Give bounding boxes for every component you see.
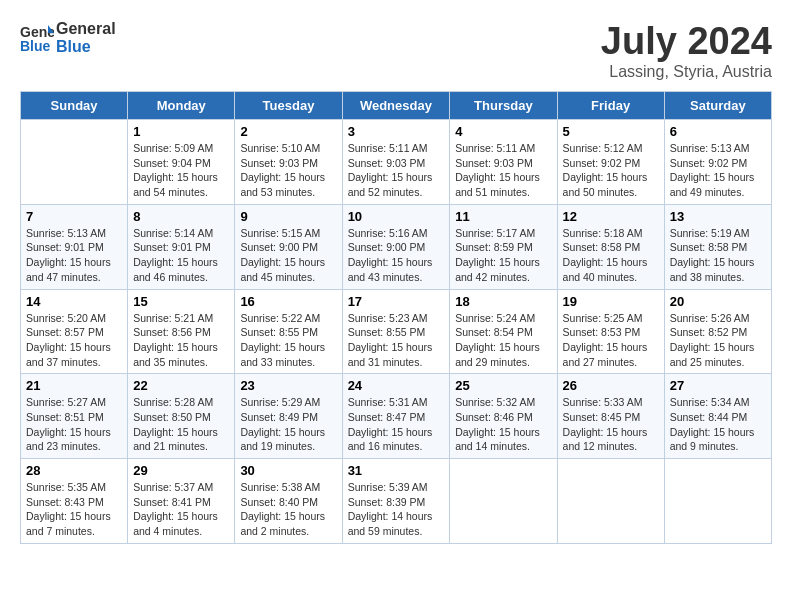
day-number: 3 xyxy=(348,124,445,139)
day-info: Sunrise: 5:21 AM Sunset: 8:56 PM Dayligh… xyxy=(133,311,229,370)
calendar-cell: 23Sunrise: 5:29 AM Sunset: 8:49 PM Dayli… xyxy=(235,374,342,459)
calendar-cell: 25Sunrise: 5:32 AM Sunset: 8:46 PM Dayli… xyxy=(450,374,557,459)
column-header-sunday: Sunday xyxy=(21,92,128,120)
day-number: 17 xyxy=(348,294,445,309)
subtitle: Lassing, Styria, Austria xyxy=(601,63,772,81)
day-info: Sunrise: 5:35 AM Sunset: 8:43 PM Dayligh… xyxy=(26,480,122,539)
calendar-cell: 7Sunrise: 5:13 AM Sunset: 9:01 PM Daylig… xyxy=(21,204,128,289)
day-number: 7 xyxy=(26,209,122,224)
calendar-cell: 20Sunrise: 5:26 AM Sunset: 8:52 PM Dayli… xyxy=(664,289,771,374)
day-number: 20 xyxy=(670,294,766,309)
day-number: 19 xyxy=(563,294,659,309)
calendar-cell: 9Sunrise: 5:15 AM Sunset: 9:00 PM Daylig… xyxy=(235,204,342,289)
week-row-5: 28Sunrise: 5:35 AM Sunset: 8:43 PM Dayli… xyxy=(21,459,772,544)
week-row-1: 1Sunrise: 5:09 AM Sunset: 9:04 PM Daylig… xyxy=(21,120,772,205)
day-info: Sunrise: 5:33 AM Sunset: 8:45 PM Dayligh… xyxy=(563,395,659,454)
day-number: 15 xyxy=(133,294,229,309)
day-number: 11 xyxy=(455,209,551,224)
calendar-cell: 19Sunrise: 5:25 AM Sunset: 8:53 PM Dayli… xyxy=(557,289,664,374)
day-number: 27 xyxy=(670,378,766,393)
day-number: 29 xyxy=(133,463,229,478)
calendar-cell: 30Sunrise: 5:38 AM Sunset: 8:40 PM Dayli… xyxy=(235,459,342,544)
day-info: Sunrise: 5:12 AM Sunset: 9:02 PM Dayligh… xyxy=(563,141,659,200)
week-row-4: 21Sunrise: 5:27 AM Sunset: 8:51 PM Dayli… xyxy=(21,374,772,459)
day-number: 23 xyxy=(240,378,336,393)
week-row-2: 7Sunrise: 5:13 AM Sunset: 9:01 PM Daylig… xyxy=(21,204,772,289)
day-number: 18 xyxy=(455,294,551,309)
day-info: Sunrise: 5:09 AM Sunset: 9:04 PM Dayligh… xyxy=(133,141,229,200)
column-header-thursday: Thursday xyxy=(450,92,557,120)
day-number: 21 xyxy=(26,378,122,393)
day-info: Sunrise: 5:37 AM Sunset: 8:41 PM Dayligh… xyxy=(133,480,229,539)
day-info: Sunrise: 5:17 AM Sunset: 8:59 PM Dayligh… xyxy=(455,226,551,285)
title-area: July 2024 Lassing, Styria, Austria xyxy=(601,20,772,81)
column-header-wednesday: Wednesday xyxy=(342,92,450,120)
day-info: Sunrise: 5:16 AM Sunset: 9:00 PM Dayligh… xyxy=(348,226,445,285)
day-info: Sunrise: 5:26 AM Sunset: 8:52 PM Dayligh… xyxy=(670,311,766,370)
header: General Blue General Blue July 2024 Lass… xyxy=(20,20,772,81)
day-number: 16 xyxy=(240,294,336,309)
calendar-table: SundayMondayTuesdayWednesdayThursdayFrid… xyxy=(20,91,772,544)
day-number: 6 xyxy=(670,124,766,139)
day-number: 12 xyxy=(563,209,659,224)
day-number: 1 xyxy=(133,124,229,139)
day-info: Sunrise: 5:10 AM Sunset: 9:03 PM Dayligh… xyxy=(240,141,336,200)
calendar-cell: 18Sunrise: 5:24 AM Sunset: 8:54 PM Dayli… xyxy=(450,289,557,374)
day-info: Sunrise: 5:28 AM Sunset: 8:50 PM Dayligh… xyxy=(133,395,229,454)
day-info: Sunrise: 5:34 AM Sunset: 8:44 PM Dayligh… xyxy=(670,395,766,454)
day-number: 28 xyxy=(26,463,122,478)
calendar-cell: 5Sunrise: 5:12 AM Sunset: 9:02 PM Daylig… xyxy=(557,120,664,205)
day-info: Sunrise: 5:20 AM Sunset: 8:57 PM Dayligh… xyxy=(26,311,122,370)
day-number: 8 xyxy=(133,209,229,224)
day-info: Sunrise: 5:15 AM Sunset: 9:00 PM Dayligh… xyxy=(240,226,336,285)
day-number: 26 xyxy=(563,378,659,393)
calendar-cell: 13Sunrise: 5:19 AM Sunset: 8:58 PM Dayli… xyxy=(664,204,771,289)
calendar-cell: 24Sunrise: 5:31 AM Sunset: 8:47 PM Dayli… xyxy=(342,374,450,459)
calendar-header-row: SundayMondayTuesdayWednesdayThursdayFrid… xyxy=(21,92,772,120)
calendar-cell: 21Sunrise: 5:27 AM Sunset: 8:51 PM Dayli… xyxy=(21,374,128,459)
day-info: Sunrise: 5:23 AM Sunset: 8:55 PM Dayligh… xyxy=(348,311,445,370)
calendar-cell: 2Sunrise: 5:10 AM Sunset: 9:03 PM Daylig… xyxy=(235,120,342,205)
day-info: Sunrise: 5:24 AM Sunset: 8:54 PM Dayligh… xyxy=(455,311,551,370)
calendar-cell: 31Sunrise: 5:39 AM Sunset: 8:39 PM Dayli… xyxy=(342,459,450,544)
calendar-cell: 4Sunrise: 5:11 AM Sunset: 9:03 PM Daylig… xyxy=(450,120,557,205)
calendar-cell: 8Sunrise: 5:14 AM Sunset: 9:01 PM Daylig… xyxy=(128,204,235,289)
logo-icon: General Blue xyxy=(20,23,54,53)
calendar-cell: 14Sunrise: 5:20 AM Sunset: 8:57 PM Dayli… xyxy=(21,289,128,374)
calendar-cell xyxy=(450,459,557,544)
calendar-cell: 17Sunrise: 5:23 AM Sunset: 8:55 PM Dayli… xyxy=(342,289,450,374)
day-number: 2 xyxy=(240,124,336,139)
day-info: Sunrise: 5:27 AM Sunset: 8:51 PM Dayligh… xyxy=(26,395,122,454)
calendar-cell: 3Sunrise: 5:11 AM Sunset: 9:03 PM Daylig… xyxy=(342,120,450,205)
day-info: Sunrise: 5:22 AM Sunset: 8:55 PM Dayligh… xyxy=(240,311,336,370)
day-info: Sunrise: 5:32 AM Sunset: 8:46 PM Dayligh… xyxy=(455,395,551,454)
day-number: 9 xyxy=(240,209,336,224)
day-info: Sunrise: 5:39 AM Sunset: 8:39 PM Dayligh… xyxy=(348,480,445,539)
calendar-cell: 1Sunrise: 5:09 AM Sunset: 9:04 PM Daylig… xyxy=(128,120,235,205)
day-number: 24 xyxy=(348,378,445,393)
logo: General Blue General Blue xyxy=(20,20,116,55)
day-info: Sunrise: 5:13 AM Sunset: 9:02 PM Dayligh… xyxy=(670,141,766,200)
column-header-friday: Friday xyxy=(557,92,664,120)
day-info: Sunrise: 5:11 AM Sunset: 9:03 PM Dayligh… xyxy=(455,141,551,200)
day-number: 5 xyxy=(563,124,659,139)
day-number: 30 xyxy=(240,463,336,478)
calendar-cell: 26Sunrise: 5:33 AM Sunset: 8:45 PM Dayli… xyxy=(557,374,664,459)
calendar-cell: 10Sunrise: 5:16 AM Sunset: 9:00 PM Dayli… xyxy=(342,204,450,289)
day-info: Sunrise: 5:31 AM Sunset: 8:47 PM Dayligh… xyxy=(348,395,445,454)
column-header-saturday: Saturday xyxy=(664,92,771,120)
calendar-cell: 15Sunrise: 5:21 AM Sunset: 8:56 PM Dayli… xyxy=(128,289,235,374)
calendar-cell xyxy=(557,459,664,544)
calendar-cell: 12Sunrise: 5:18 AM Sunset: 8:58 PM Dayli… xyxy=(557,204,664,289)
svg-text:Blue: Blue xyxy=(20,38,51,53)
day-info: Sunrise: 5:38 AM Sunset: 8:40 PM Dayligh… xyxy=(240,480,336,539)
day-info: Sunrise: 5:19 AM Sunset: 8:58 PM Dayligh… xyxy=(670,226,766,285)
week-row-3: 14Sunrise: 5:20 AM Sunset: 8:57 PM Dayli… xyxy=(21,289,772,374)
main-title: July 2024 xyxy=(601,20,772,63)
calendar-cell xyxy=(21,120,128,205)
logo-general: General xyxy=(56,20,116,38)
logo-blue: Blue xyxy=(56,38,116,56)
day-number: 13 xyxy=(670,209,766,224)
calendar-cell: 29Sunrise: 5:37 AM Sunset: 8:41 PM Dayli… xyxy=(128,459,235,544)
calendar-cell: 6Sunrise: 5:13 AM Sunset: 9:02 PM Daylig… xyxy=(664,120,771,205)
